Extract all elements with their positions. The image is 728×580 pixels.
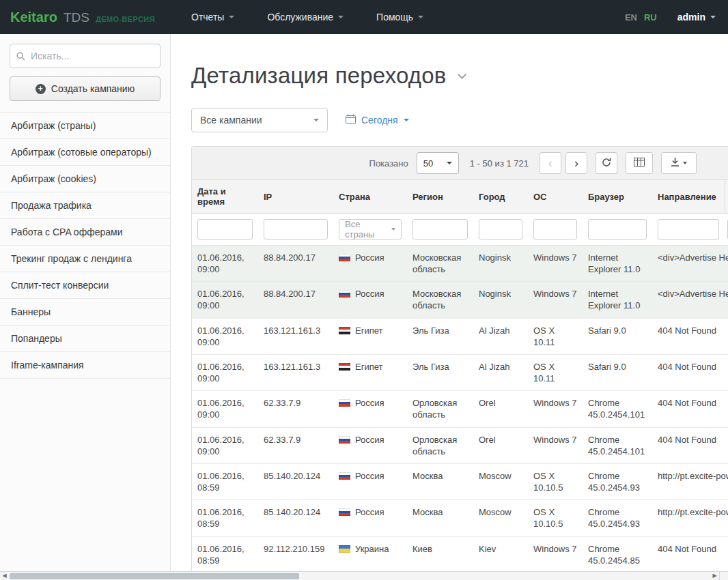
cell-browser: Chrome 45.0.2454.93 — [583, 500, 652, 536]
search-icon — [16, 51, 25, 63]
col-header-country[interactable]: Страна — [333, 180, 407, 214]
main-content: Детализация переходов Все кампании Сегод… — [171, 34, 728, 580]
cell-country: Россия — [333, 463, 407, 499]
sidebar-item-split-test[interactable]: Сплит-тест конверсии — [0, 272, 170, 299]
country-flag-icon — [339, 545, 350, 553]
columns-icon — [634, 158, 645, 169]
cell-direction: 404 Not Found — [652, 427, 725, 463]
scrollbar-thumb[interactable] — [10, 573, 299, 579]
cell-ip: 163.121.161.3 — [258, 354, 333, 390]
filter-country-value: Все страны — [345, 219, 391, 240]
filter-row: Все страны — [192, 214, 728, 246]
sidebar-item-arbitrage-cookies[interactable]: Арбитраж (cookies) — [0, 166, 170, 192]
col-header-os[interactable]: ОС — [528, 180, 583, 214]
cell-extra — [725, 318, 728, 354]
scroll-left-arrow-icon[interactable]: ◀ — [0, 572, 9, 580]
prev-page-button[interactable]: ‹ — [540, 152, 561, 174]
sidebar-item-iframe-campaign[interactable]: Iframe-кампания — [0, 352, 170, 379]
col-header-browser[interactable]: Браузер — [583, 180, 652, 214]
shown-label: Показано — [369, 158, 408, 169]
lang-switch-ru[interactable]: RU — [644, 12, 657, 23]
filter-input-region[interactable] — [412, 219, 468, 240]
country-name: Египет — [355, 362, 382, 372]
cell-extra — [725, 246, 728, 282]
sidebar-item-arbitrage-mobile-operators[interactable]: Арбитраж (сотовые операторы) — [0, 139, 170, 166]
search-input[interactable] — [10, 44, 160, 68]
cell-city: Moscow — [473, 500, 528, 536]
sidebar-item-popunders[interactable]: Попандеры — [0, 325, 170, 352]
sidebar-item-cpa-offers[interactable]: Работа с CPA офферами — [0, 219, 170, 246]
navbar-right: EN RU admin — [625, 12, 728, 23]
download-icon — [671, 158, 680, 169]
refresh-button[interactable] — [596, 152, 617, 174]
cell-ip: 85.140.20.124 — [258, 463, 333, 499]
create-campaign-button[interactable]: + Создать кампанию — [10, 76, 160, 101]
date-range-filter[interactable]: Сегодня — [346, 114, 409, 126]
cell-direction: http://pt.excite-powe — [652, 463, 725, 499]
filter-country-select[interactable]: Все страны — [339, 219, 402, 240]
col-header-datetime[interactable]: Дата и время — [192, 180, 258, 214]
columns-button[interactable] — [626, 152, 653, 174]
campaign-filter-select[interactable]: Все кампании — [191, 108, 328, 132]
sidebar: + Создать кампанию Арбитраж (страны) Арб… — [0, 34, 171, 580]
page-size-select[interactable]: 50 — [417, 152, 459, 174]
menu-help[interactable]: Помощь — [376, 12, 423, 23]
filter-input-browser[interactable] — [588, 219, 647, 240]
menu-maintenance[interactable]: Обслуживание — [267, 12, 344, 23]
brand-name: Keitaro — [10, 10, 57, 25]
title-dropdown-chevron-icon[interactable] — [458, 70, 466, 79]
cell-browser: Chrome 45.0.2454.85 — [583, 536, 652, 572]
sidebar-item-arbitrage-countries[interactable]: Арбитраж (страны) — [0, 113, 170, 139]
horizontal-scrollbar[interactable]: ◀ ▶ — [0, 571, 728, 580]
cell-extra — [725, 500, 728, 536]
scroll-right-arrow-icon[interactable]: ▶ — [710, 572, 719, 580]
col-header-region[interactable]: Регион — [407, 180, 473, 214]
lang-switch-en[interactable]: EN — [625, 12, 637, 23]
menu-reports-label: Отчеты — [191, 12, 224, 23]
next-page-button[interactable]: › — [565, 152, 587, 174]
sidebar-item-landing-tracking[interactable]: Трекинг продаж с лендинга — [0, 246, 170, 272]
filter-input-direction[interactable] — [658, 219, 719, 240]
pagination-range-label: 1 - 50 из 1 721 — [470, 158, 529, 169]
cell-datetime: 01.06.2016, 09:00 — [192, 318, 258, 354]
col-header-ip[interactable]: IP — [258, 180, 333, 214]
user-menu[interactable]: admin — [677, 12, 716, 23]
col-header-direction[interactable]: Направление — [652, 180, 725, 214]
plus-icon: + — [36, 84, 46, 94]
col-header-city[interactable]: Город — [473, 180, 528, 214]
cell-os: Windows 7 — [528, 427, 583, 463]
filter-input-datetime[interactable] — [197, 219, 253, 240]
cell-os: Windows 7 — [528, 391, 583, 427]
cell-os: Windows 7 — [528, 282, 583, 318]
country-flag-icon — [339, 363, 350, 371]
filter-input-os[interactable] — [533, 219, 577, 240]
cell-browser: Chrome 45.0.2454.93 — [583, 463, 652, 499]
cell-datetime: 01.06.2016, 09:00 — [192, 354, 258, 390]
page-title: Детализация переходов — [191, 63, 447, 89]
cell-country: Россия — [333, 246, 407, 282]
brand[interactable]: Keitaro TDS ДЕМО-ВЕРСИЯ — [0, 10, 171, 25]
cell-datetime: 01.06.2016, 08:59 — [192, 463, 258, 499]
table-row: 01.06.2016, 09:00 62.33.7.9 Россия Орлов… — [192, 391, 728, 427]
cell-browser: Chrome 45.0.2454.101 — [583, 391, 652, 427]
cell-region: Московская область — [407, 246, 473, 282]
cell-country: Россия — [333, 500, 407, 536]
col-header-extra — [725, 180, 728, 214]
filter-input-ip[interactable] — [264, 219, 328, 240]
date-filter-label: Сегодня — [361, 115, 398, 126]
sidebar-item-traffic-sale[interactable]: Продажа трафика — [0, 192, 170, 219]
cell-datetime: 01.06.2016, 09:00 — [192, 246, 258, 282]
cell-city: Al Jizah — [473, 354, 528, 390]
cell-city: Noginsk — [473, 282, 528, 318]
cell-ip: 92.112.210.159 — [258, 536, 333, 572]
create-campaign-label: Создать кампанию — [51, 83, 135, 94]
table-row: 01.06.2016, 08:59 92.112.210.159 Украина… — [192, 536, 728, 572]
country-flag-icon — [339, 399, 350, 407]
export-button[interactable] — [661, 152, 697, 174]
menu-reports[interactable]: Отчеты — [191, 12, 234, 23]
cell-datetime: 01.06.2016, 09:00 — [192, 427, 258, 463]
cell-city: Al Jizah — [473, 318, 528, 354]
sidebar-item-banners[interactable]: Баннеры — [0, 299, 170, 325]
chevron-down-icon — [229, 16, 234, 18]
filter-input-city[interactable] — [479, 219, 522, 240]
